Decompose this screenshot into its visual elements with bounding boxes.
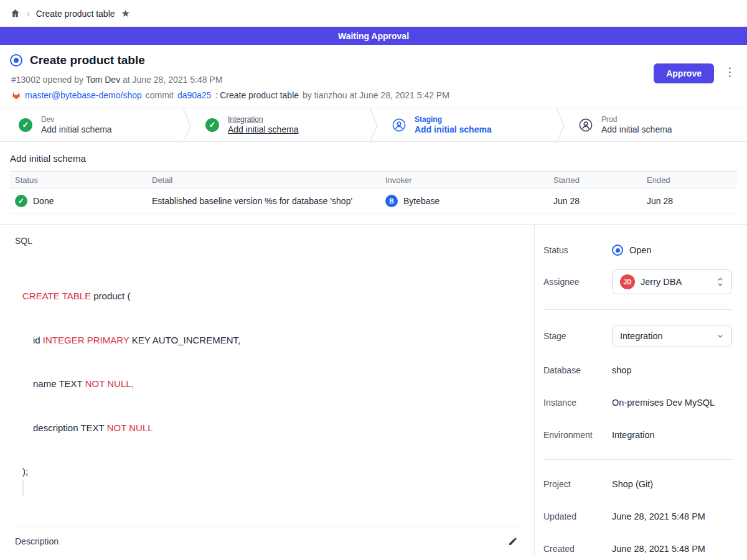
sql-keyword: NOT NULL	[107, 422, 153, 433]
more-actions-icon[interactable]: ⋮	[723, 63, 737, 80]
commit-line: master@bytebase-demo/shop commit da90a25…	[11, 90, 449, 100]
task-table: Status Detail Invoker Started Ended ✓Don…	[10, 171, 737, 213]
chevron-down-icon	[716, 331, 724, 341]
stage-separator	[556, 108, 565, 142]
stage-dev[interactable]: ✓ Dev Add initial schema	[0, 108, 187, 141]
status-row: Status Open	[543, 241, 732, 259]
status-value: Open	[629, 245, 651, 255]
chevron-right-icon: ›	[27, 9, 30, 19]
task-invoker: Bytebase	[403, 196, 439, 206]
task-started: Jun 28	[548, 189, 642, 213]
stage-task-label: Add initial schema	[601, 124, 672, 134]
task-status: Done	[33, 196, 54, 206]
assignee-avatar: JD	[620, 274, 635, 289]
updated-label: Updated	[543, 511, 612, 521]
sql-keyword: CREATE TABLE	[22, 291, 91, 301]
updated-row: Updated June 28, 2021 5:48 PM	[543, 507, 732, 526]
stage-label: Stage	[543, 331, 612, 341]
assignee-select[interactable]: JD Jerry DBA	[612, 269, 732, 294]
stage-row: Stage Integration	[543, 325, 732, 347]
sql-text: product (	[91, 291, 130, 301]
done-check-icon: ✓	[15, 195, 27, 207]
task-detail: Established baseline version %s for data…	[147, 189, 380, 213]
activity-timeline	[22, 480, 24, 496]
issue-meta: #13002 opened by Tom Dev at June 28, 202…	[11, 75, 449, 85]
status-label: Status	[543, 245, 612, 255]
commit-message: : Create product table	[215, 90, 299, 100]
sql-text: );	[22, 466, 28, 477]
issue-title: Create product table	[30, 54, 145, 67]
stage-task-label: Add initial schema	[228, 124, 299, 134]
assignee-row: Assignee JD Jerry DBA	[543, 269, 732, 294]
col-ended: Ended	[642, 172, 737, 189]
table-row[interactable]: ✓Done Established baseline version %s fo…	[10, 189, 737, 213]
breadcrumb: › Create product table ★	[0, 0, 747, 27]
gitlab-icon	[11, 90, 21, 100]
issue-header: Create product table #13002 opened by To…	[0, 45, 747, 108]
stage-env-label: Dev	[41, 115, 112, 124]
stage-pending-person-icon	[392, 118, 406, 132]
issue-sidebar: Status Open Assignee JD Jerry DBA Stage …	[534, 225, 747, 555]
edit-pencil-icon[interactable]	[508, 536, 518, 546]
database-value[interactable]: shop	[612, 365, 631, 375]
stage-pending-person-icon	[579, 118, 593, 132]
col-invoker: Invoker	[380, 172, 548, 189]
sql-statement: CREATE TABLE product ( id INTEGER PRIMAR…	[22, 259, 524, 508]
issue-author: Tom Dev	[86, 75, 120, 85]
commit-word: commit	[146, 90, 174, 100]
stage-env-label: Integration	[228, 115, 299, 124]
bytebase-issue-page: › Create product table ★ Waiting Approva…	[0, 0, 747, 560]
description-label: Description	[15, 536, 59, 546]
sql-text: name TEXT	[33, 378, 85, 389]
task-section: Add initial schema Status Detail Invoker…	[0, 142, 747, 213]
assignee-label: Assignee	[543, 277, 612, 287]
sql-text: id	[33, 335, 43, 345]
database-label: Database	[543, 365, 612, 375]
sql-keyword: NOT NULL,	[85, 378, 134, 389]
project-value[interactable]: Shop (Git)	[612, 479, 653, 489]
stage-done-icon: ✓	[205, 118, 219, 132]
stage-integration[interactable]: ✓ Integration Add initial schema	[187, 108, 374, 141]
content-split: SQL CREATE TABLE product ( id INTEGER PR…	[0, 224, 747, 555]
sql-keyword: INTEGER PRIMARY	[43, 335, 129, 345]
stage-task-label: Add initial schema	[415, 124, 492, 134]
commit-hash-link[interactable]: da90a25	[177, 90, 212, 100]
created-value: June 28, 2021 5:48 PM	[612, 544, 705, 554]
project-row: Project Shop (Git)	[543, 475, 732, 493]
issue-open-icon	[10, 54, 22, 67]
database-row: Database shop	[543, 361, 732, 380]
divider	[15, 526, 524, 526]
stage-done-icon: ✓	[19, 118, 32, 132]
approve-button[interactable]: Approve	[654, 63, 714, 83]
divider	[543, 459, 732, 460]
main-column: SQL CREATE TABLE product ( id INTEGER PR…	[0, 225, 534, 555]
stage-separator	[182, 108, 191, 142]
task-ended: Jun 28	[642, 189, 737, 213]
star-icon[interactable]: ★	[121, 9, 130, 19]
stage-select[interactable]: Integration	[612, 325, 732, 347]
project-label: Project	[543, 479, 612, 489]
sql-text: description TEXT	[33, 422, 107, 433]
assignee-value: Jerry DBA	[641, 277, 711, 287]
home-icon[interactable]	[10, 8, 21, 19]
instance-row: Instance On-premises Dev MySQL	[543, 393, 732, 412]
stage-prod[interactable]: Prod Add initial schema	[560, 108, 747, 141]
col-started: Started	[548, 172, 642, 189]
environment-row: Environment Integration	[543, 426, 732, 444]
bytebase-avatar: B	[385, 195, 398, 207]
approval-banner-label: Waiting Approval	[338, 31, 409, 41]
up-down-chevrons-icon	[716, 277, 724, 287]
updated-value: June 28, 2021 5:48 PM	[612, 511, 705, 521]
stage-value: Integration	[620, 331, 711, 341]
sql-label: SQL	[15, 236, 524, 246]
col-status: Status	[10, 172, 147, 189]
issue-meta-suffix: at June 28, 2021 5:48 PM	[123, 75, 222, 85]
instance-value[interactable]: On-premises Dev MySQL	[612, 398, 715, 408]
stage-env-label: Prod	[601, 115, 672, 124]
stage-staging[interactable]: Staging Add initial schema	[374, 108, 560, 141]
pipeline-stages: ✓ Dev Add initial schema ✓ Integration A…	[0, 108, 747, 142]
breadcrumb-title[interactable]: Create product table	[36, 9, 115, 19]
approval-banner: Waiting Approval	[0, 27, 747, 45]
stage-env-label: Staging	[415, 115, 492, 124]
commit-repo-link[interactable]: master@bytebase-demo/shop	[25, 90, 142, 100]
